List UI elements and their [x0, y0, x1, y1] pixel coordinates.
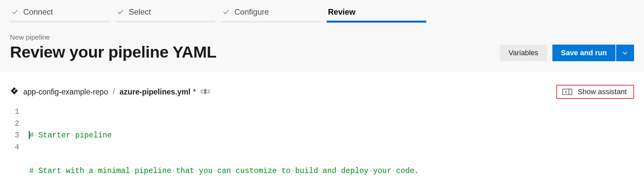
wizard-step-review[interactable]: Review: [327, 5, 426, 22]
chevron-down-icon: [621, 49, 629, 57]
save-and-run-group: Save and run: [552, 45, 634, 61]
variables-button[interactable]: Variables: [500, 45, 547, 61]
wizard-underline: [221, 21, 321, 23]
breadcrumb-separator: /: [113, 88, 115, 96]
editor-gutter: 1 2 3 4: [10, 106, 29, 188]
save-and-run-dropdown[interactable]: [616, 45, 634, 61]
dirty-indicator: *: [193, 88, 196, 96]
wizard-underline: [116, 21, 215, 23]
text-caret: [29, 131, 30, 139]
title-row: New pipeline Review your pipeline YAML V…: [0, 22, 644, 71]
code-line: #·Start·with·a·minimal·pipeline·that·you…: [29, 165, 419, 177]
breadcrumb-repo[interactable]: app-config-example-repo: [23, 88, 108, 96]
wizard-step-label: Review: [328, 7, 356, 17]
code-line: #·Starter·pipeline: [29, 130, 419, 142]
header-region: Connect Select Configure Review New pipe…: [0, 0, 644, 72]
svg-rect-7: [563, 89, 572, 95]
rename-icon[interactable]: [201, 88, 209, 96]
show-assistant-label: Show assistant: [578, 88, 627, 96]
wizard-step-label: Configure: [234, 7, 269, 17]
check-icon: [11, 8, 19, 16]
svg-rect-2: [201, 90, 204, 93]
line-number: 2: [10, 118, 19, 130]
header-actions: Variables Save and run: [500, 45, 634, 61]
page-subtitle: New pipeline: [10, 33, 216, 41]
breadcrumb: app-config-example-repo / azure-pipeline…: [10, 87, 209, 97]
wizard: Connect Select Configure Review: [0, 5, 644, 22]
wizard-step-select[interactable]: Select: [116, 5, 215, 22]
wizard-underline: [327, 21, 426, 23]
line-number: 1: [10, 106, 19, 118]
show-assistant-button[interactable]: Show assistant: [556, 85, 634, 99]
title-block: New pipeline Review your pipeline YAML: [10, 33, 216, 61]
line-number: 4: [10, 142, 19, 154]
wizard-step-configure[interactable]: Configure: [221, 5, 321, 22]
save-and-run-button[interactable]: Save and run: [552, 45, 615, 61]
wizard-step-label: Select: [129, 7, 151, 17]
wizard-underline: [10, 21, 110, 23]
svg-rect-3: [205, 90, 209, 93]
editor-code[interactable]: #·Starter·pipeline #·Start·with·a·minima…: [29, 106, 419, 188]
yaml-editor[interactable]: 1 2 3 4 #·Starter·pipeline #·Start·with·…: [0, 105, 644, 188]
page-title: Review your pipeline YAML: [10, 43, 216, 61]
check-icon: [117, 8, 124, 16]
check-icon: [222, 8, 230, 16]
code-text: #·Start·with·a·minimal·pipeline·that·you…: [29, 167, 419, 175]
file-bar: app-config-example-repo / azure-pipeline…: [0, 72, 644, 105]
repo-icon: [10, 87, 19, 97]
code-text: #·Starter·pipeline: [29, 131, 112, 140]
panel-collapse-icon: [562, 88, 572, 95]
wizard-step-connect[interactable]: Connect: [10, 5, 110, 22]
line-number: 3: [10, 130, 19, 142]
wizard-step-label: Connect: [23, 7, 53, 17]
breadcrumb-file[interactable]: azure-pipelines.yml: [120, 88, 190, 96]
